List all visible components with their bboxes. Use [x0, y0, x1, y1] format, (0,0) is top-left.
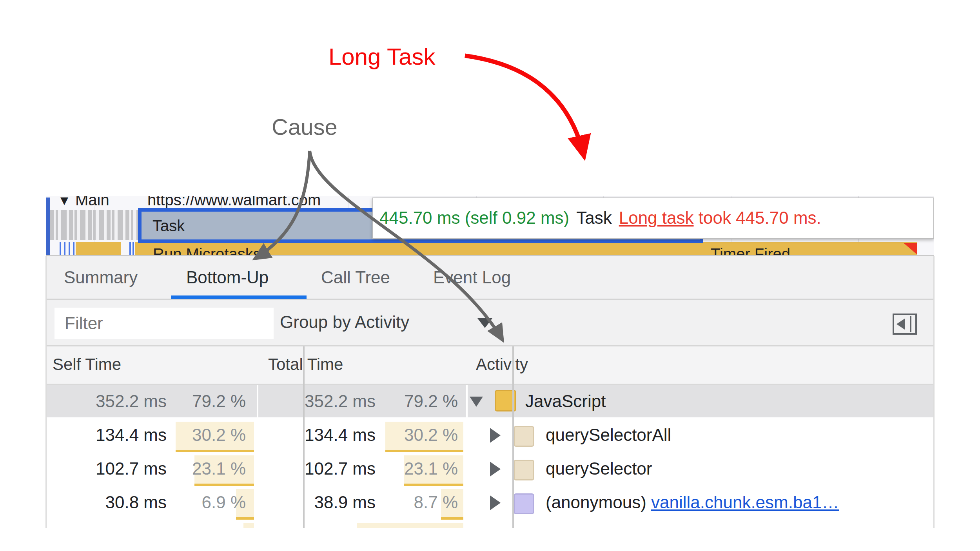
self-time-value: 352.2 ms — [46, 385, 167, 419]
collapse-bar — [910, 316, 911, 332]
function-swatch-icon — [514, 426, 534, 447]
performance-flamechart-strip[interactable]: ▾ Main https://www.walmart.com Task Run … — [46, 196, 934, 256]
long-task-annotation: Long Task — [328, 43, 435, 70]
total-time-value: 38.9 ms — [258, 486, 376, 520]
tooltip-event-name: Task — [569, 208, 612, 227]
total-time-pct: 8.7 % — [399, 486, 458, 520]
tooltip-duration: 445.70 ms (self 0.92 ms) — [379, 208, 569, 227]
table-row[interactable]: 30.8 ms 6.9 % 38.9 ms 8.7 % (anonymous) … — [46, 486, 934, 520]
table-row[interactable]: 134.4 ms 30.2 % 134.4 ms 30.2 % querySel… — [46, 419, 934, 452]
total-time-value: 102.7 ms — [258, 452, 376, 486]
self-time-pct: 6.9 % — [191, 486, 246, 520]
expand-arrow-icon[interactable] — [490, 462, 501, 477]
table-row[interactable]: 102.7 ms 23.1 % 102.7 ms 23.1 % querySel… — [46, 452, 934, 486]
main-track-collapse-marker[interactable]: ▾ — [60, 196, 68, 209]
tooltip-warning-text: took 445.70 ms. — [694, 208, 821, 227]
event-tick — [64, 242, 65, 255]
column-divider[interactable] — [512, 346, 514, 528]
task-event-label: Task — [152, 217, 185, 235]
activity-name[interactable]: JavaScript — [525, 385, 606, 419]
table-row-clipped — [46, 520, 934, 528]
event-tick — [129, 242, 131, 255]
group-by-select[interactable]: Group by Activity — [280, 300, 409, 345]
total-pct-bar — [357, 523, 463, 528]
filter-input[interactable] — [54, 308, 274, 339]
bottom-up-grid: 352.2 ms 79.2 % 352.2 ms 79.2 % JavaScri… — [46, 385, 934, 528]
total-time-value: 134.4 ms — [258, 419, 376, 452]
event-block — [76, 242, 121, 255]
self-time-pct: 30.2 % — [191, 419, 246, 452]
column-divider[interactable] — [303, 346, 305, 528]
tab-bottom-up[interactable]: Bottom-Up — [186, 256, 269, 299]
details-tab-bar: Summary Bottom-Up Call Tree Event Log — [46, 256, 934, 300]
event-tick — [73, 242, 74, 255]
self-time-value: 134.4 ms — [46, 419, 167, 452]
self-time-value: 30.8 ms — [46, 486, 167, 520]
expand-arrow-icon[interactable] — [490, 495, 501, 510]
event-tick — [69, 242, 70, 255]
column-header-total-time[interactable]: Total Time — [268, 346, 343, 384]
column-header-self-time[interactable]: Self Time — [53, 346, 121, 384]
script-swatch-icon — [514, 493, 534, 514]
cause-annotation: Cause — [272, 114, 338, 140]
main-track-url: https://www.walmart.com — [147, 196, 321, 209]
sidebar-collapse-icon[interactable] — [893, 314, 917, 335]
self-time-pct: 79.2 % — [191, 385, 246, 419]
total-time-pct: 79.2 % — [399, 385, 458, 419]
long-task-arrow — [465, 56, 584, 157]
self-time-pct: 23.1 % — [191, 452, 246, 486]
table-header: Self Time Total Time Activity — [46, 346, 934, 385]
total-time-value: 352.2 ms — [258, 385, 376, 419]
activity-name[interactable]: querySelector — [546, 452, 652, 486]
activity-name[interactable]: querySelectorAll — [546, 419, 671, 452]
activity-fn-name: (anonymous) — [546, 493, 646, 512]
event-tooltip: 445.70 ms (self 0.92 ms)TaskLong task to… — [372, 198, 934, 239]
activity-minimap-stripes — [50, 210, 138, 240]
main-track-title[interactable]: Main — [75, 196, 109, 209]
self-pct-bar — [243, 523, 254, 528]
chevron-down-icon[interactable] — [477, 318, 492, 328]
panel-right-edge — [933, 256, 935, 528]
tab-event-log[interactable]: Event Log — [433, 256, 511, 299]
source-location-link[interactable]: vanilla.chunk.esm.ba1… — [651, 493, 839, 512]
event-block — [135, 242, 138, 255]
activity-name[interactable]: (anonymous) vanilla.chunk.esm.ba1… — [546, 486, 839, 520]
event-tick — [60, 242, 61, 255]
column-header-activity[interactable]: Activity — [476, 346, 528, 384]
collapse-triangle — [897, 319, 905, 330]
tab-call-tree[interactable]: Call Tree — [321, 256, 390, 299]
tab-summary[interactable]: Summary — [64, 256, 138, 299]
panel-left-edge — [45, 256, 47, 528]
self-time-value: 102.7 ms — [46, 452, 167, 486]
function-swatch-icon — [514, 460, 534, 480]
toolbar: Group by Activity — [46, 300, 934, 346]
expand-arrow-icon[interactable] — [490, 428, 501, 443]
event-tick — [132, 242, 134, 255]
long-task-link[interactable]: Long task — [612, 208, 694, 227]
expand-arrow-icon[interactable] — [470, 397, 483, 407]
total-time-pct: 30.2 % — [399, 419, 458, 452]
run-microtasks-label: Run Microtasks — [153, 245, 261, 256]
selection-left-edge — [46, 198, 50, 255]
screenshot-canvas: Long Task Cause ▾ Main https://www.walma… — [0, 0, 980, 551]
active-tab-underline — [171, 295, 307, 299]
total-time-pct: 23.1 % — [399, 452, 458, 486]
table-row[interactable]: 352.2 ms 79.2 % 352.2 ms 79.2 % JavaScri… — [46, 385, 934, 419]
timer-fired-label: Timer Fired — [711, 245, 790, 256]
